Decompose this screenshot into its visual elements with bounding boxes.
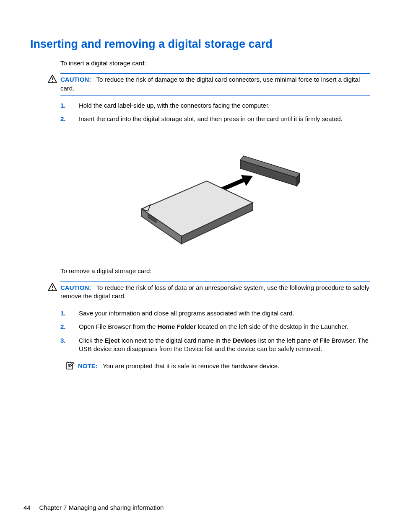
list-item: 1. Hold the card label-side up, with the…: [60, 101, 370, 110]
list-item: 2. Open File Browser from the Home Folde…: [60, 323, 370, 331]
step-number: 1.: [60, 101, 79, 110]
caution-box-1: CAUTION: To reduce the risk of damage to…: [60, 73, 370, 96]
caution-label: CAUTION:: [60, 284, 91, 291]
caution-label: CAUTION:: [60, 76, 91, 83]
caution-icon: [48, 75, 57, 85]
step-number: 3.: [60, 336, 79, 345]
step-number: 2.: [60, 115, 79, 123]
content-block: To insert a digital storage card: CAUTIO…: [60, 59, 370, 373]
list-item: 1. Save your information and close all p…: [60, 309, 370, 318]
chapter-title: Chapter 7 Managing and sharing informati…: [39, 504, 164, 511]
caution-box-2: CAUTION: To reduce the risk of loss of d…: [60, 281, 370, 304]
step-text: Open File Browser from the Home Folder l…: [79, 323, 370, 331]
document-page: Inserting and removing a digital storage…: [0, 0, 400, 532]
step-text: Insert the card into the digital storage…: [79, 115, 370, 123]
insert-intro-text: To insert a digital storage card:: [60, 59, 370, 67]
caution-icon: [48, 283, 57, 293]
remove-intro-text: To remove a digital storage card:: [60, 267, 370, 275]
caution-text: To reduce the risk of damage to the digi…: [60, 76, 360, 91]
step-number: 2.: [60, 323, 79, 331]
svg-point-2: [52, 81, 53, 82]
sd-card-illustration: [60, 136, 370, 254]
note-label: NOTE:: [78, 362, 98, 369]
caution-text: To reduce the risk of loss of data or an…: [60, 284, 369, 300]
step-number: 1.: [60, 309, 79, 318]
list-item: 2. Insert the card into the digital stor…: [60, 115, 370, 123]
step-text: Hold the card label-side up, with the co…: [79, 101, 370, 110]
step-text: Save your information and close all prog…: [79, 309, 370, 318]
page-title: Inserting and removing a digital storage…: [30, 38, 370, 51]
list-item: 3. Click the Eject icon next to the digi…: [60, 336, 370, 354]
svg-point-15: [52, 289, 53, 289]
remove-steps-list: 1. Save your information and close all p…: [60, 309, 370, 353]
note-text: You are prompted that it is safe to remo…: [103, 362, 279, 369]
page-number: 44: [23, 504, 31, 511]
insert-steps-list: 1. Hold the card label-side up, with the…: [60, 101, 370, 124]
note-icon: [65, 361, 75, 372]
note-box: NOTE: You are prompted that it is safe t…: [78, 360, 370, 373]
page-footer: 44 Chapter 7 Managing and sharing inform…: [23, 504, 164, 511]
step-text: Click the Eject icon next to the digital…: [79, 336, 370, 354]
